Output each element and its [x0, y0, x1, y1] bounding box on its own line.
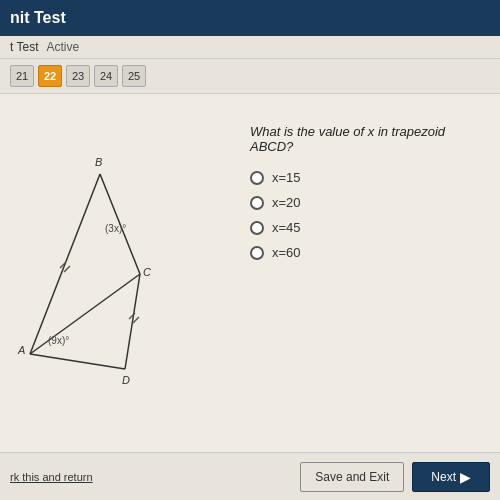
- radio-3[interactable]: [250, 221, 264, 235]
- radio-2[interactable]: [250, 196, 264, 210]
- radio-4[interactable]: [250, 246, 264, 260]
- status-badge: Active: [46, 40, 79, 54]
- option-4[interactable]: x=60: [250, 245, 480, 260]
- option-1-label: x=15: [272, 170, 301, 185]
- vertex-a-label: A: [17, 344, 25, 356]
- bottom-buttons: Save and Exit Next ▶: [300, 462, 490, 492]
- question-area: What is the value of x in trapezoid ABCD…: [230, 114, 490, 444]
- bottom-bar: rk this and return Save and Exit Next ▶: [0, 452, 500, 500]
- question-nav-tabs: 21 22 23 24 25: [0, 59, 500, 94]
- tick-ab-2: [64, 266, 70, 272]
- main-content: B A C D (3x)° (9x)° What is the value of…: [0, 94, 500, 454]
- option-3-label: x=45: [272, 220, 301, 235]
- sub-header: t Test Active: [0, 36, 500, 59]
- next-arrow-icon: ▶: [460, 469, 471, 485]
- question-text: What is the value of x in trapezoid ABCD…: [250, 124, 480, 154]
- tick-cd-2: [133, 317, 139, 323]
- vertex-b-label: B: [95, 156, 102, 168]
- nav-tab-21[interactable]: 21: [10, 65, 34, 87]
- save-exit-button[interactable]: Save and Exit: [300, 462, 404, 492]
- nav-tab-22[interactable]: 22: [38, 65, 62, 87]
- options-list: x=15 x=20 x=45 x=60: [250, 170, 480, 260]
- option-1[interactable]: x=15: [250, 170, 480, 185]
- vertex-d-label: D: [122, 374, 130, 386]
- vertex-c-label: C: [143, 266, 151, 278]
- nav-tab-23[interactable]: 23: [66, 65, 90, 87]
- top-header-bar: nit Test: [0, 0, 500, 36]
- next-button[interactable]: Next ▶: [412, 462, 490, 492]
- trapezoid-diagram: B A C D (3x)° (9x)°: [10, 114, 210, 414]
- option-3[interactable]: x=45: [250, 220, 480, 235]
- side-cd: [125, 274, 140, 369]
- next-button-label: Next: [431, 470, 456, 484]
- option-2[interactable]: x=20: [250, 195, 480, 210]
- option-2-label: x=20: [272, 195, 301, 210]
- mark-return-link[interactable]: rk this and return: [10, 471, 93, 483]
- angle-9x-label: (9x)°: [48, 335, 69, 346]
- angle-3x-label: (3x)°: [105, 223, 126, 234]
- nav-tab-25[interactable]: 25: [122, 65, 146, 87]
- option-4-label: x=60: [272, 245, 301, 260]
- sub-title: t Test: [10, 40, 38, 54]
- radio-1[interactable]: [250, 171, 264, 185]
- side-da: [30, 354, 125, 369]
- diagram-area: B A C D (3x)° (9x)°: [10, 114, 230, 434]
- diagonal-ac: [30, 274, 140, 354]
- app-title: nit Test: [10, 9, 66, 27]
- nav-tab-24[interactable]: 24: [94, 65, 118, 87]
